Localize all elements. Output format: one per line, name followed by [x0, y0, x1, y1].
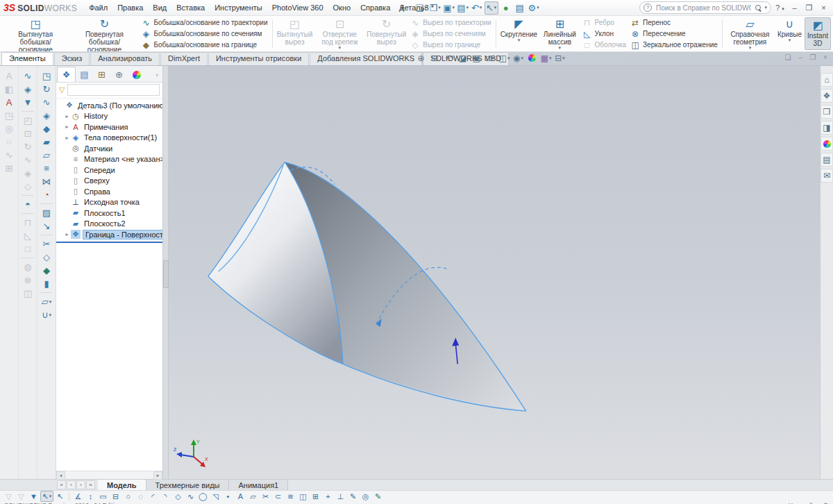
lofted-surface-icon[interactable]: ◈: [39, 109, 54, 122]
lofted-boss-button[interactable]: ◈Бобышка/основание по сечениям: [141, 29, 267, 39]
expand-arrow-icon[interactable]: ▸: [63, 113, 71, 119]
replace-face-icon[interactable]: ▨: [39, 206, 54, 219]
resources-home-icon[interactable]: ⌂: [821, 73, 833, 87]
repair-sketch-icon[interactable]: ✎: [347, 492, 359, 501]
menu-Вид[interactable]: Вид: [148, 1, 171, 14]
tree-item[interactable]: ▯Справа: [56, 186, 162, 197]
tree-filter-input[interactable]: [67, 84, 160, 96]
balloon-icon[interactable]: ○: [1, 135, 17, 149]
hole-wizard-button[interactable]: ⊡ Отверстие под крепеж ▾: [314, 17, 364, 51]
rib-button[interactable]: ⊓Ребро: [582, 18, 627, 28]
tab-Элементы[interactable]: Элементы: [1, 52, 53, 65]
tab-Анализировать[interactable]: Анализировать: [90, 52, 160, 65]
tab-Анимация1[interactable]: Анимация1: [229, 480, 288, 490]
swept-boss-icon[interactable]: ∿: [20, 69, 35, 83]
scroll-right-icon[interactable]: ▸: [153, 471, 162, 480]
planar-surface-icon[interactable]: ▱: [39, 149, 54, 162]
trim-entities-icon[interactable]: ✂: [260, 492, 271, 501]
knit-surface-icon[interactable]: ◆: [39, 264, 54, 277]
tree-item[interactable]: ◎Датчики: [56, 143, 162, 154]
displaymanager-tab[interactable]: [128, 67, 145, 82]
move-button[interactable]: ⇄Перенос: [630, 18, 718, 28]
model-items-icon[interactable]: ⊞: [1, 162, 17, 175]
tab-DimXpert[interactable]: DimXpert: [160, 52, 208, 65]
plane-icon[interactable]: ▱: [247, 492, 259, 501]
revolved-cut-button[interactable]: ↻ Повернутый вырез: [364, 17, 408, 51]
sketch-fillet-icon[interactable]: ◹: [210, 492, 221, 501]
minimize-button[interactable]: –: [789, 3, 800, 12]
undo-icon[interactable]: ↶▾: [471, 2, 483, 14]
linear-pattern-button[interactable]: ⊞ Линейный массив ▾: [539, 17, 580, 51]
reference-geometry-button[interactable]: ▱ Справочная геометрия ▾: [725, 17, 775, 51]
boundary-cut-button[interactable]: ◇Вырез по границе: [410, 40, 491, 50]
document-minimize-button[interactable]: –: [796, 53, 805, 61]
tab-Добавления SOLIDWORKS[interactable]: Добавления SOLIDWORKS: [310, 52, 422, 65]
boundary-cut-icon[interactable]: ◇: [20, 180, 35, 193]
dimxpertmanager-tab[interactable]: ⊕: [110, 67, 128, 82]
dropdown-icon[interactable]: ▾: [518, 38, 521, 42]
design-library-icon[interactable]: ❖: [821, 89, 833, 103]
tree-item[interactable]: ▸AПримечания: [56, 121, 162, 133]
save-icon[interactable]: ▣▾: [443, 2, 455, 14]
corner-rectangle-icon[interactable]: ▭: [97, 492, 109, 501]
last-tab-button[interactable]: »: [86, 480, 95, 489]
tree-item[interactable]: ▰Плоскость2: [56, 219, 162, 230]
tree-item[interactable]: ≡Материал <не указан>: [56, 154, 162, 165]
revolved-cut-icon[interactable]: ↻: [20, 140, 35, 153]
expand-arrow-icon[interactable]: ▸: [63, 135, 71, 141]
dome-icon[interactable]: ◓: [20, 198, 35, 211]
boundary-boss-button[interactable]: ◆Бобышка/основание на границе: [141, 40, 267, 50]
custom-properties-icon[interactable]: ▤: [821, 153, 833, 167]
filter-faces-icon[interactable]: ▽: [15, 492, 27, 501]
hole-wizard-icon[interactable]: ⊡: [20, 127, 35, 140]
intersect-icon[interactable]: ⊗: [20, 274, 35, 287]
tree-item[interactable]: ⊥Исходная точка: [56, 197, 162, 208]
mirror-entities-icon[interactable]: ◫: [297, 492, 309, 501]
shell-icon[interactable]: □: [20, 242, 35, 255]
sketch-icon[interactable]: ✎: [372, 492, 384, 501]
menu-Вставка[interactable]: Вставка: [171, 1, 210, 14]
forum-icon[interactable]: ✉: [821, 169, 833, 183]
print-icon[interactable]: ▤▾: [457, 2, 469, 14]
view-palette-icon[interactable]: ◨: [821, 121, 833, 135]
display-style-icon[interactable]: ◫▾: [498, 53, 510, 63]
scroll-left-icon[interactable]: ◂: [56, 471, 65, 480]
extruded-surface-icon[interactable]: ◳: [39, 69, 54, 83]
tree-horizontal-scrollbar[interactable]: ◂ ▸: [56, 471, 162, 479]
customize-button[interactable]: Настройка: [789, 502, 819, 504]
zoom-to-area-icon[interactable]: ⊡: [429, 53, 441, 63]
vertical-dimension-icon[interactable]: ↕: [85, 492, 96, 501]
tangent-arc-icon[interactable]: ◝: [160, 492, 171, 501]
delete-face-icon[interactable]: ◔: [39, 188, 54, 201]
menu-Справка[interactable]: Справка: [355, 1, 395, 14]
dropdown-icon[interactable]: ▾: [507, 56, 510, 61]
featuremanager-tree-tab[interactable]: ❖: [57, 67, 76, 82]
mirror-icon[interactable]: ◫: [20, 287, 35, 300]
menu-PhotoView 360[interactable]: PhotoView 360: [267, 1, 328, 14]
circle-icon[interactable]: ○: [122, 492, 134, 501]
select-cursor-icon[interactable]: ↖▾: [485, 1, 498, 15]
view-orientation-icon[interactable]: □▾: [485, 53, 496, 63]
thicken-icon[interactable]: ▮: [39, 277, 54, 290]
dropdown-icon[interactable]: ▾: [49, 494, 52, 499]
lofted-boss-icon[interactable]: ◈: [20, 83, 35, 96]
fillet-button[interactable]: ◤ Скругление ▾: [498, 17, 540, 51]
tree-item[interactable]: ▯Сверху: [56, 176, 162, 187]
swept-surface-icon[interactable]: ∿: [39, 96, 54, 109]
revolved-boss-button[interactable]: ↻ Повернутая бобышка/основание: [69, 17, 139, 51]
display-relations-icon[interactable]: ⊥: [335, 492, 346, 501]
search-icon[interactable]: [755, 5, 762, 11]
dropdown-icon[interactable]: ▾: [49, 299, 52, 305]
auto-balloon-icon[interactable]: ◎: [1, 122, 17, 135]
file-properties-icon[interactable]: ▤: [514, 2, 526, 14]
mirror-button[interactable]: ◫Зеркальное отражение: [630, 40, 718, 50]
trim-surface-icon[interactable]: ✂: [39, 237, 54, 251]
instant3d-button[interactable]: ◩ Instant 3D: [805, 17, 831, 50]
draft-button[interactable]: ◺Уклон: [582, 29, 627, 39]
note-icon[interactable]: ◳: [1, 109, 17, 122]
search-dropdown-icon[interactable]: ▾: [764, 5, 767, 10]
expand-arrow-icon[interactable]: ▸: [63, 124, 71, 130]
draft-icon[interactable]: ◺: [20, 229, 35, 242]
smart-dimension-icon[interactable]: ∡: [72, 492, 84, 501]
intersect-button[interactable]: ⊗Пересечение: [630, 29, 718, 39]
